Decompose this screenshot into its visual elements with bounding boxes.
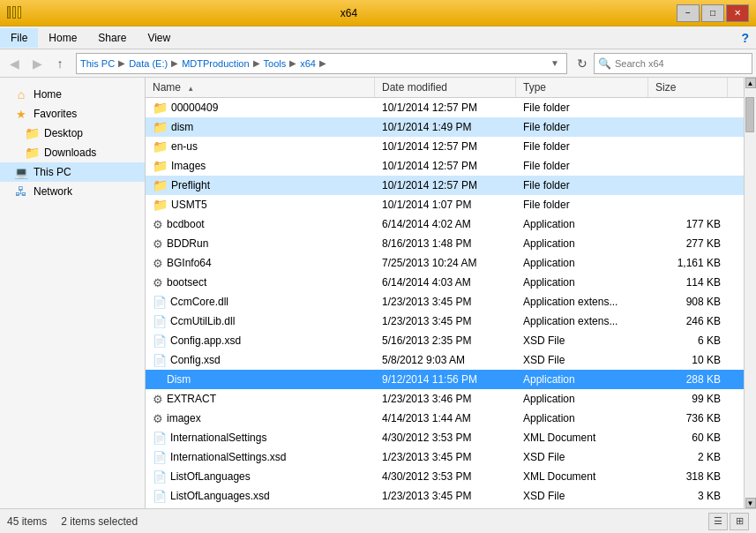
maximize-button[interactable]: □ bbox=[701, 4, 724, 22]
table-row[interactable]: 📁 Preflight 10/1/2014 12:57 PM File fold… bbox=[146, 176, 744, 195]
file-name-cell: 📁 dism bbox=[146, 120, 375, 134]
scroll-up-button[interactable]: ▲ bbox=[745, 78, 756, 88]
table-row[interactable]: ⚙ BGInfo64 7/25/2013 10:24 AM Applicatio… bbox=[146, 253, 744, 273]
xml-icon: 📄 bbox=[153, 432, 167, 445]
table-row[interactable]: 📄 InternationalSettings 4/30/2012 3:53 P… bbox=[146, 428, 744, 447]
table-row[interactable]: ⚙ imagex 4/14/2013 1:44 AM Application 7… bbox=[146, 409, 744, 428]
file-name: Preflight bbox=[171, 179, 210, 191]
table-row[interactable]: 📁 en-us 10/1/2014 12:57 PM File folder bbox=[146, 137, 744, 156]
breadcrumb-data[interactable]: Data (E:) bbox=[129, 58, 168, 69]
file-name: dism bbox=[171, 121, 193, 133]
app-icon: ⚙ bbox=[153, 393, 163, 406]
minimize-button[interactable]: − bbox=[677, 4, 700, 22]
scroll-thumb[interactable] bbox=[745, 97, 754, 132]
file-name-cell: ⚙ BDDRun bbox=[146, 237, 375, 251]
scroll-down-button[interactable]: ▼ bbox=[745, 498, 756, 508]
table-row[interactable]: 📄 Config.app.xsd 5/16/2013 2:35 PM XSD F… bbox=[146, 331, 744, 350]
sidebar-item-network-label: Network bbox=[34, 185, 72, 198]
favorites-icon: ★ bbox=[14, 107, 28, 121]
file-type-cell: XSD File bbox=[516, 490, 648, 502]
nav-bar: ◀ ▶ ↑ This PC ▶ Data (E:) ▶ MDTProductio… bbox=[0, 49, 756, 78]
table-row[interactable]: ⚙ bootsect 6/14/2014 4:03 AM Application… bbox=[146, 273, 744, 292]
main-layout: ⌂ Home ★ Favorites 📁 Desktop bbox=[0, 78, 756, 508]
table-row[interactable]: 📄 CcmCore.dll 1/23/2013 3:45 PM Applicat… bbox=[146, 292, 744, 312]
sidebar-section-quick: ⌂ Home ★ Favorites 📁 Desktop bbox=[0, 85, 145, 201]
sidebar-item-downloads-label: Downloads bbox=[44, 146, 96, 159]
view-buttons: ☰ ⊞ bbox=[708, 513, 749, 530]
file-type-cell: File folder bbox=[516, 101, 648, 114]
app-icon: ⚙ bbox=[153, 276, 163, 289]
file-size-cell: 114 KB bbox=[648, 276, 728, 289]
sidebar-item-home[interactable]: ⌂ Home bbox=[0, 85, 145, 104]
table-row[interactable]: 📄 ListOfLanguages.xsd 1/23/2013 3:45 PM … bbox=[146, 486, 744, 506]
file-name: USMT5 bbox=[171, 199, 207, 211]
table-row[interactable]: 📁 00000409 10/1/2014 12:57 PM File folde… bbox=[146, 98, 744, 117]
home-icon: ⌂ bbox=[14, 87, 28, 101]
file-name: ListOfLanguages bbox=[170, 470, 251, 483]
xml-icon: 📄 bbox=[153, 470, 167, 484]
table-row[interactable]: 📄 InternationalSettings.xsd 1/23/2013 3:… bbox=[146, 447, 744, 467]
item-count: 45 items bbox=[7, 515, 47, 528]
table-row[interactable]: ⚙ EXTRACT 1/23/2013 3:46 PM Application … bbox=[146, 389, 744, 409]
sidebar-item-network[interactable]: 🖧 Network bbox=[0, 182, 145, 201]
file-type-cell: XSD File bbox=[516, 451, 648, 463]
sidebar-item-this-pc[interactable]: 💻 This PC bbox=[0, 162, 145, 182]
scrollbar[interactable]: ▲ ▼ bbox=[744, 78, 756, 508]
file-type-cell: File folder bbox=[516, 121, 648, 133]
table-row[interactable]: 📁 dism 10/1/2014 1:49 PM File folder bbox=[146, 117, 744, 137]
table-row[interactable]: 📄 CcmUtilLib.dll 1/23/2013 3:45 PM Appli… bbox=[146, 312, 744, 331]
address-chevron[interactable]: ▼ bbox=[547, 58, 563, 68]
menu-file[interactable]: File bbox=[0, 28, 38, 48]
large-icons-view-button[interactable]: ⊞ bbox=[730, 513, 749, 530]
table-row[interactable]: ⚙ BDDRun 8/16/2013 1:48 PM Application 2… bbox=[146, 234, 744, 253]
file-name-cell: 📄 ListOfLanguages.xsd bbox=[146, 490, 375, 503]
menu-share[interactable]: Share bbox=[87, 28, 137, 48]
breadcrumb-tools[interactable]: Tools bbox=[264, 58, 287, 69]
sidebar-item-desktop-label: Desktop bbox=[44, 127, 83, 139]
table-row[interactable]: ⚙ bcdboot 6/14/2014 4:02 AM Application … bbox=[146, 214, 744, 234]
file-date-cell: 10/1/2014 12:57 PM bbox=[375, 140, 516, 153]
up-button[interactable]: ↑ bbox=[49, 53, 71, 74]
file-date-cell: 10/1/2014 1:49 PM bbox=[375, 121, 516, 133]
file-date-cell: 4/14/2013 1:44 AM bbox=[375, 412, 516, 424]
file-date-cell: 1/23/2013 3:45 PM bbox=[375, 451, 516, 463]
breadcrumb-pc[interactable]: This PC bbox=[80, 58, 115, 69]
breadcrumb-mdt[interactable]: MDTProduction bbox=[182, 58, 249, 69]
file-name-cell: 📄 Config.xsd bbox=[146, 354, 375, 367]
file-name-cell: 📁 00000409 bbox=[146, 101, 375, 115]
file-name-cell: 📄 CcmUtilLib.dll bbox=[146, 315, 375, 328]
sidebar-item-desktop[interactable]: 📁 Desktop bbox=[0, 124, 145, 143]
col-header-type[interactable]: Type bbox=[516, 78, 648, 97]
sidebar-item-downloads[interactable]: 📁 Downloads bbox=[0, 143, 145, 162]
sidebar-item-favorites[interactable]: ★ Favorites bbox=[0, 104, 145, 124]
file-size-cell: 177 KB bbox=[648, 218, 728, 230]
table-row[interactable]: 📁 USMT5 10/1/2014 1:07 PM File folder bbox=[146, 195, 744, 214]
app-icon: ⚙ bbox=[153, 237, 163, 251]
help-icon[interactable]: ? bbox=[734, 27, 756, 49]
menu-view[interactable]: View bbox=[137, 28, 181, 48]
col-header-name[interactable]: Name ▲ bbox=[146, 78, 375, 97]
table-row[interactable]: 📄 Config.xsd 5/8/2012 9:03 AM XSD File 1… bbox=[146, 350, 744, 370]
file-name-cell: ⚙ BGInfo64 bbox=[146, 257, 375, 270]
refresh-button[interactable]: ↻ bbox=[573, 54, 592, 73]
details-view-button[interactable]: ☰ bbox=[708, 513, 728, 530]
table-row[interactable]: 📁 Images 10/1/2014 12:57 PM File folder bbox=[146, 156, 744, 176]
col-header-size[interactable]: Size bbox=[648, 78, 728, 97]
back-button[interactable]: ◀ bbox=[4, 53, 25, 74]
table-row[interactable]: 📄 ListOfLanguages 4/30/2012 3:53 PM XML … bbox=[146, 467, 744, 486]
file-name: Config.xsd bbox=[170, 354, 221, 366]
file-date-cell: 8/16/2013 1:48 PM bbox=[375, 237, 516, 250]
col-header-date[interactable]: Date modified bbox=[375, 78, 516, 97]
file-date-cell: 1/23/2013 3:45 PM bbox=[375, 296, 516, 308]
menu-home[interactable]: Home bbox=[38, 28, 87, 48]
close-button[interactable]: ✕ bbox=[726, 4, 749, 22]
search-input[interactable] bbox=[615, 58, 748, 69]
table-row[interactable]: ⚙ Dism 9/12/2014 11:56 PM Application 28… bbox=[146, 370, 744, 389]
breadcrumb-x64[interactable]: x64 bbox=[300, 58, 316, 69]
forward-button[interactable]: ▶ bbox=[26, 53, 48, 74]
address-bar[interactable]: This PC ▶ Data (E:) ▶ MDTProduction ▶ To… bbox=[76, 53, 567, 74]
folder-icon: 📁 bbox=[153, 198, 168, 212]
file-name: bootsect bbox=[167, 276, 206, 289]
file-name-cell: 📄 InternationalSettings.xsd bbox=[146, 451, 375, 464]
folder-icon: 📁 bbox=[153, 178, 168, 192]
